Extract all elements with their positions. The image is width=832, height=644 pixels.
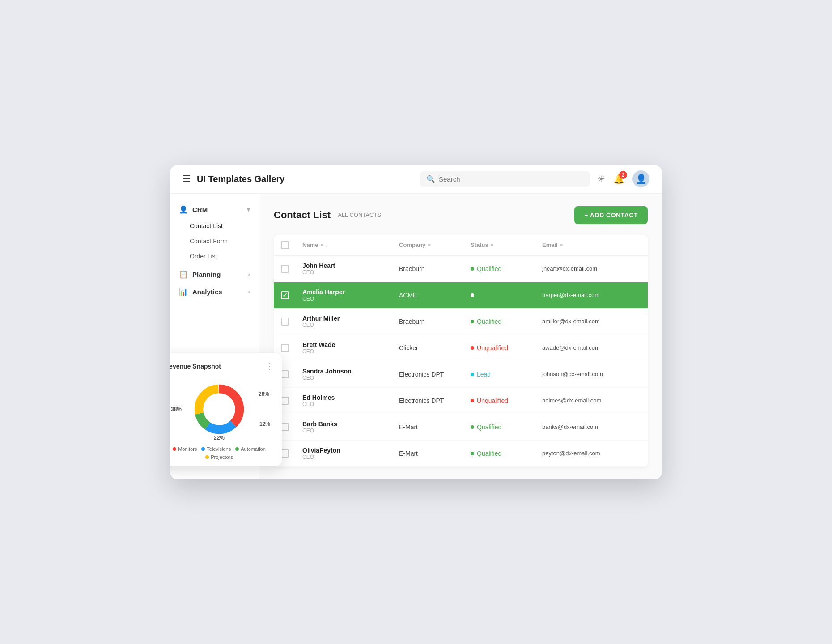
- settings-icon[interactable]: ☀: [597, 174, 605, 184]
- crm-chevron-icon: ▾: [247, 206, 250, 213]
- table-row[interactable]: Barb Banks CEO E-Mart Qualified banks@dx…: [274, 414, 648, 441]
- contact-name-5: Ed Holmes: [302, 394, 399, 401]
- legend-automation: Automation: [235, 446, 266, 452]
- status-cell-2: Qualified: [471, 318, 542, 325]
- contact-info-1: Amelia Harper CEO: [302, 288, 399, 302]
- status-dot-7: [471, 452, 474, 455]
- search-input[interactable]: [439, 175, 584, 183]
- crm-label: CRM: [192, 206, 208, 213]
- page-title: Contact List: [274, 209, 331, 221]
- status-text-4: Lead: [477, 371, 491, 378]
- table-row[interactable]: John Heart CEO Braeburn Qualified jheart…: [274, 256, 648, 282]
- contact-role-3: CEO: [302, 348, 399, 355]
- status-dot-3: [471, 346, 474, 350]
- contact-name-7: OliviaPeyton: [302, 447, 399, 454]
- avatar[interactable]: 👤: [632, 170, 649, 187]
- topbar-search-container: 🔍: [420, 171, 590, 187]
- email-text-4: johnson@dx-email.com: [542, 371, 641, 377]
- company-name-6: E-Mart: [399, 424, 471, 431]
- crm-icon: 👤: [179, 205, 188, 214]
- name-sort-icon: ↓: [326, 242, 328, 248]
- donut-label-38: 38%: [171, 406, 182, 412]
- legend-dot-automation: [235, 447, 239, 451]
- sidebar-item-planning[interactable]: 📋 Planning ›: [170, 266, 259, 283]
- analytics-chevron-icon: ›: [248, 288, 250, 295]
- contact-info-2: Arthur Miller CEO: [302, 315, 399, 328]
- sidebar-item-analytics[interactable]: 📊 Analytics ›: [170, 283, 259, 301]
- row-checkbox-7[interactable]: [281, 449, 289, 458]
- company-name-3: Clicker: [399, 344, 471, 352]
- content-header: Contact List ALL CONTACTS + ADD CONTACT: [274, 206, 648, 224]
- donut-label-28: 28%: [259, 391, 269, 397]
- row-checkbox-3[interactable]: [281, 344, 289, 352]
- contact-info-0: John Heart CEO: [302, 262, 399, 275]
- row-checkbox-0[interactable]: [281, 265, 289, 273]
- status-cell-3: Unqualified: [471, 344, 542, 352]
- select-all-checkbox[interactable]: [281, 241, 289, 249]
- status-text-2: Qualified: [477, 318, 501, 325]
- status-dot-5: [471, 399, 474, 402]
- email-text-3: awade@dx-email.com: [542, 344, 641, 351]
- th-name[interactable]: Name ≡ ↓: [302, 242, 399, 248]
- status-dot-2: [471, 320, 474, 323]
- row-checkbox-4[interactable]: [281, 370, 289, 378]
- hamburger-icon[interactable]: ☰: [183, 174, 191, 184]
- contact-info-5: Ed Holmes CEO: [302, 394, 399, 407]
- sidebar-item-contact-form[interactable]: Contact Form: [170, 233, 259, 249]
- company-name-0: Braeburn: [399, 265, 471, 272]
- row-checkbox-1[interactable]: ✓: [281, 291, 289, 299]
- app-window: ☰ UI Templates Gallery 🔍 ☀ 🔔 2 👤 �: [170, 165, 662, 479]
- table-row[interactable]: ✓ Amelia Harper CEO ACME Qualified harpe…: [274, 282, 648, 309]
- app-title: UI Templates Gallery: [197, 174, 284, 184]
- row-checkbox-6[interactable]: [281, 423, 289, 431]
- contact-role-1: CEO: [302, 296, 399, 302]
- topbar: ☰ UI Templates Gallery 🔍 ☀ 🔔 2 👤: [170, 165, 662, 194]
- table-row[interactable]: Brett Wade CEO Clicker Unqualified awade…: [274, 335, 648, 361]
- all-contacts-badge: ALL CONTACTS: [338, 212, 381, 218]
- status-text-0: Qualified: [477, 265, 501, 272]
- contact-name-1: Amelia Harper: [302, 288, 399, 296]
- add-contact-button[interactable]: + ADD CONTACT: [574, 206, 648, 224]
- company-name-1: ACME: [399, 292, 471, 299]
- notification-button[interactable]: 🔔 2: [613, 174, 624, 184]
- donut-svg: [190, 380, 248, 438]
- table-row[interactable]: Ed Holmes CEO Electronics DPT Unqualifie…: [274, 388, 648, 414]
- table-row[interactable]: Sandra Johnson CEO Electronics DPT Lead …: [274, 361, 648, 388]
- contact-info-6: Barb Banks CEO: [302, 420, 399, 434]
- contact-table: Name ≡ ↓ Company ≡ Status ≡ Email ≡: [274, 235, 648, 467]
- contact-role-5: CEO: [302, 401, 399, 407]
- legend-label-monitors: Monitors: [178, 446, 197, 452]
- planning-label: Planning: [192, 271, 221, 278]
- status-dot-6: [471, 425, 474, 429]
- company-filter-icon: ≡: [428, 242, 430, 248]
- table-row[interactable]: Arthur Miller CEO Braeburn Qualified ami…: [274, 309, 648, 335]
- email-filter-icon: ≡: [560, 242, 563, 248]
- contact-role-7: CEO: [302, 454, 399, 460]
- legend-label-automation: Automation: [241, 446, 266, 452]
- revenue-widget: Revenue Snapshot ⋮ 38% 28% 12% 22%: [170, 353, 282, 466]
- sidebar-item-order-list[interactable]: Order List: [170, 249, 259, 264]
- table-row[interactable]: OliviaPeyton CEO E-Mart Qualified peyton…: [274, 441, 648, 467]
- crm-sub-items: Contact List Contact Form Order List: [170, 218, 259, 264]
- status-dot-0: [471, 267, 474, 271]
- th-company[interactable]: Company ≡: [399, 242, 471, 248]
- status-cell-7: Qualified: [471, 450, 542, 457]
- company-name-5: Electronics DPT: [399, 397, 471, 404]
- donut-chart: 38% 28% 12% 22%: [170, 377, 274, 442]
- company-name-2: Braeburn: [399, 318, 471, 325]
- th-status[interactable]: Status ≡: [471, 242, 542, 248]
- row-checkbox-5[interactable]: [281, 397, 289, 405]
- donut-center: [205, 394, 234, 424]
- sidebar-crm-header[interactable]: 👤 CRM ▾: [170, 201, 259, 218]
- email-text-6: banks@dx-email.com: [542, 424, 641, 430]
- analytics-icon: 📊: [179, 288, 188, 296]
- revenue-menu-icon[interactable]: ⋮: [266, 361, 274, 371]
- row-checkbox-2[interactable]: [281, 318, 289, 326]
- company-name-7: E-Mart: [399, 450, 471, 457]
- status-filter-icon: ≡: [491, 242, 493, 248]
- contact-name-4: Sandra Johnson: [302, 368, 399, 375]
- topbar-right: ☀ 🔔 2 👤: [597, 170, 649, 187]
- sidebar-item-contact-list[interactable]: Contact List: [170, 218, 259, 233]
- contact-role-0: CEO: [302, 269, 399, 275]
- th-email[interactable]: Email ≡: [542, 242, 641, 248]
